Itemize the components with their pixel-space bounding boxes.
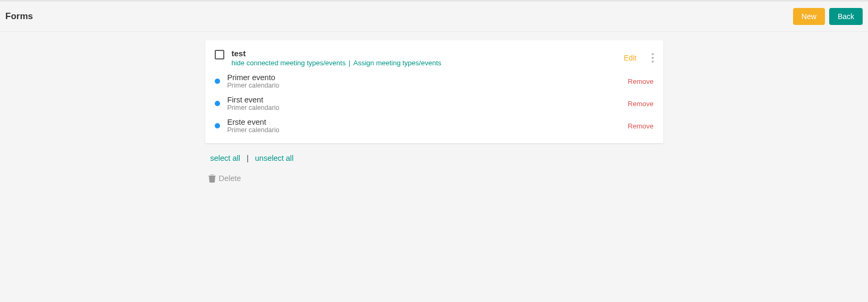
trash-icon	[208, 174, 216, 183]
card-title-column: test hide connected meeting types/events…	[232, 49, 624, 67]
event-name: Primer evento	[227, 73, 628, 82]
event-name: Erste event	[227, 118, 628, 126]
remove-link[interactable]: Remove	[628, 77, 653, 85]
form-card: test hide connected meeting types/events…	[205, 40, 663, 143]
event-row: First event Primer calendario Remove	[215, 89, 654, 111]
remove-link[interactable]: Remove	[628, 100, 653, 108]
new-button[interactable]: New	[793, 8, 825, 25]
more-menu-icon[interactable]	[652, 53, 654, 63]
assign-link[interactable]: Assign meeting types/events	[353, 59, 441, 67]
unselect-all-link[interactable]: unselect all	[255, 154, 294, 162]
card-links: hide connected meeting types/events | As…	[232, 59, 624, 67]
form-checkbox[interactable]	[215, 50, 224, 59]
back-button[interactable]: Back	[829, 8, 863, 25]
page-title: Forms	[5, 11, 33, 22]
form-title: test	[232, 49, 624, 58]
header-buttons: New Back	[793, 8, 863, 25]
event-bullet-icon	[215, 79, 220, 84]
edit-link[interactable]: Edit	[623, 54, 636, 62]
page-header: Forms New Back	[0, 2, 868, 32]
event-calendar: Primer calendario	[227, 104, 628, 111]
event-bullet-icon	[215, 101, 220, 106]
event-calendar: Primer calendario	[227, 126, 628, 134]
selection-separator: |	[242, 154, 253, 162]
select-all-link[interactable]: select all	[210, 154, 240, 162]
selection-actions: select all | unselect all	[205, 143, 663, 167]
remove-link[interactable]: Remove	[628, 122, 653, 130]
hide-connected-link[interactable]: hide connected meeting types/events	[232, 59, 346, 67]
delete-action[interactable]: Delete	[205, 167, 663, 183]
delete-label: Delete	[219, 174, 241, 183]
event-calendar: Primer calendario	[227, 82, 628, 89]
event-info: First event Primer calendario	[227, 96, 628, 111]
event-info: Primer evento Primer calendario	[227, 73, 628, 89]
card-header: test hide connected meeting types/events…	[215, 49, 654, 67]
event-row: Primer evento Primer calendario Remove	[215, 67, 654, 89]
event-bullet-icon	[215, 123, 220, 128]
event-row: Erste event Primer calendario Remove	[215, 111, 654, 134]
event-name: First event	[227, 96, 628, 104]
content-area: test hide connected meeting types/events…	[0, 32, 868, 183]
link-separator: |	[348, 59, 353, 67]
event-info: Erste event Primer calendario	[227, 118, 628, 134]
